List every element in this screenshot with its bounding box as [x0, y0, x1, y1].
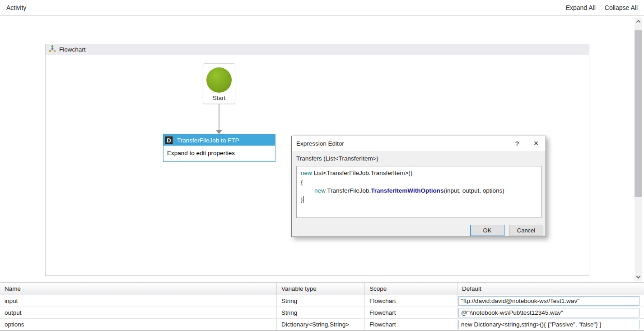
variable-name-cell[interactable]: options: [0, 321, 276, 328]
text-cursor: [303, 196, 303, 203]
variable-name-cell[interactable]: input: [0, 298, 276, 304]
activity-header[interactable]: D TransferFileJob to FTP: [163, 135, 275, 146]
close-button[interactable]: ×: [527, 136, 546, 151]
variable-scope-cell[interactable]: Flowchart: [364, 295, 457, 307]
activity-title: TransferFileJob to FTP: [177, 137, 239, 144]
chevron-up-icon: [636, 20, 641, 24]
variable-type-cell[interactable]: String: [276, 295, 364, 307]
flow-connector-arrowhead-icon: [216, 130, 222, 134]
variable-type-cell[interactable]: String: [276, 307, 364, 318]
scrollbar-thumb[interactable]: [635, 30, 642, 197]
variable-default-input[interactable]: @"\\notebook-ws\Pub\test12345.wav": [458, 308, 639, 317]
variable-scope-cell[interactable]: Flowchart: [364, 307, 457, 318]
activity-toolbar: Activity Expand All Collapse All: [0, 0, 644, 16]
vertical-scrollbar[interactable]: [635, 18, 642, 281]
activity-collapsed-hint[interactable]: Expand to edit properties: [163, 146, 275, 161]
expand-all-button[interactable]: Expand All: [566, 4, 596, 11]
variable-default-cell: new Dictionary<string,string>(){ {"Passi…: [457, 319, 644, 330]
dialog-controls: ? ×: [508, 136, 546, 151]
column-header-name[interactable]: Name: [0, 285, 276, 292]
toolbar-links: Expand All Collapse All: [566, 4, 638, 11]
column-header-scope[interactable]: Scope: [364, 283, 457, 295]
variable-default-input[interactable]: new Dictionary<string,string>(){ {"Passi…: [458, 320, 639, 329]
activity-title: Activity: [6, 4, 26, 11]
scroll-down-button[interactable]: [635, 273, 642, 281]
help-button[interactable]: ?: [508, 136, 527, 151]
start-circle-icon: [206, 67, 232, 93]
variables-table-header: Name Variable type Scope Default: [0, 283, 644, 295]
code-line-1: new List<TransferFileJob.TransferItem>(): [301, 169, 537, 178]
dialog-title: Expression Editor: [296, 140, 344, 147]
flowchart-header[interactable]: Flowchart: [46, 44, 589, 55]
dialog-titlebar[interactable]: Expression Editor ? ×: [292, 136, 546, 151]
variable-default-cell: @"\\notebook-ws\Pub\test12345.wav": [457, 307, 644, 318]
cancel-button[interactable]: Cancel: [509, 225, 543, 236]
code-line-2: {: [301, 178, 537, 187]
flowchart-title: Flowchart: [59, 46, 86, 53]
table-row[interactable]: input String Flowchart "ftp://david:davi…: [0, 295, 644, 307]
code-line-3: new TransferFileJob.TransferItemWithOpti…: [301, 186, 537, 195]
column-header-variable-type[interactable]: Variable type: [276, 283, 364, 295]
workflow-designer-window: Activity Expand All Collapse All: [0, 0, 644, 331]
variable-default-cell: "ftp://david:david@notebook-ws//Test1.wa…: [457, 295, 644, 307]
variable-type-cell[interactable]: Dictionary<String,String>: [276, 319, 364, 330]
chevron-down-icon: [636, 274, 641, 279]
variable-name-cell[interactable]: output: [0, 309, 276, 316]
code-line-4: }: [301, 195, 537, 204]
expression-property-label: Transfers (List<TransferItem>): [296, 155, 541, 162]
flowchart-icon: [49, 45, 56, 54]
expression-editor-dialog: Expression Editor ? × Transfers (List<Tr…: [291, 136, 546, 237]
start-node-label: Start: [213, 95, 226, 101]
activity-d-icon: D: [165, 136, 173, 144]
flow-connector-line: [219, 104, 219, 130]
variable-default-input[interactable]: "ftp://david:david@notebook-ws//Test1.wa…: [458, 296, 639, 306]
ok-button[interactable]: OK: [470, 225, 504, 236]
collapse-all-button[interactable]: Collapse All: [605, 4, 638, 11]
scroll-up-button[interactable]: [635, 18, 642, 25]
variables-table: Name Variable type Scope Default input S…: [0, 282, 644, 331]
variable-scope-cell[interactable]: Flowchart: [364, 319, 457, 330]
table-row[interactable]: output String Flowchart @"\\notebook-ws\…: [0, 307, 644, 319]
column-header-default[interactable]: Default: [457, 283, 644, 295]
expression-code-editor[interactable]: new List<TransferFileJob.TransferItem>()…: [296, 166, 541, 218]
start-node[interactable]: Start: [203, 63, 235, 104]
transferfilejob-activity-node[interactable]: D TransferFileJob to FTP Expand to edit …: [163, 134, 275, 162]
table-row[interactable]: options Dictionary<String,String> Flowch…: [0, 319, 644, 331]
